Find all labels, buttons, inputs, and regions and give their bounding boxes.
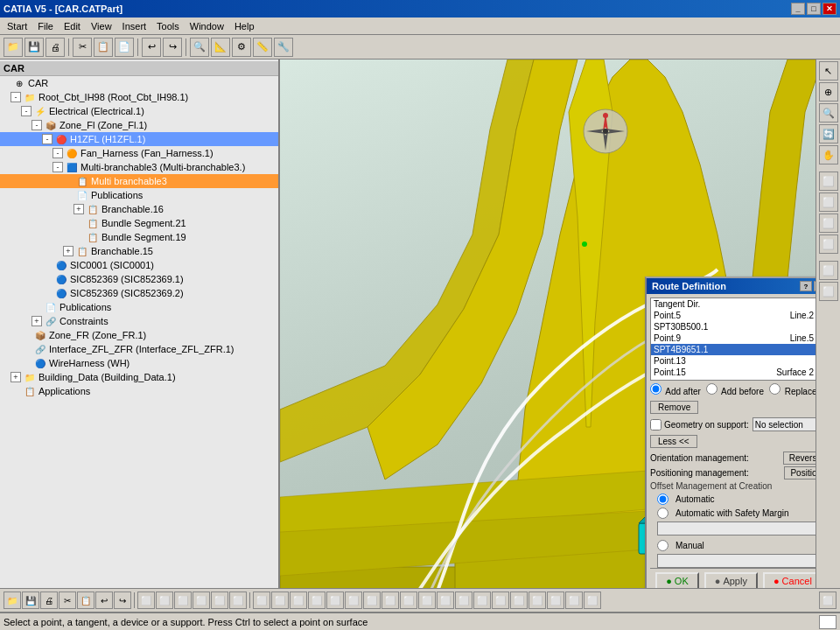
tree-expander-fan_harness[interactable]: - xyxy=(52,148,63,158)
tree-expander-constraints[interactable]: + xyxy=(32,316,42,326)
list-item-point9[interactable]: Point.9Line.5 xyxy=(651,332,816,344)
save-button[interactable]: 💾 xyxy=(24,38,44,57)
rtool-view1[interactable]: ⬜ xyxy=(819,172,838,191)
bottom-btn-24[interactable]: ⬜ xyxy=(437,592,454,609)
ok-button[interactable]: ● OK xyxy=(655,572,699,588)
list-item-point5[interactable]: Point.5Line.2 xyxy=(651,310,816,321)
dialog-help-button[interactable]: ? xyxy=(800,281,812,291)
bottom-btn-28[interactable]: ⬜ xyxy=(510,592,528,609)
bottom-btn-27[interactable]: ⬜ xyxy=(492,592,509,609)
print-button[interactable]: 🖨 xyxy=(46,38,65,57)
menu-edit[interactable]: Edit xyxy=(59,19,86,33)
list-item-tangent[interactable]: Tangent Dir. xyxy=(651,298,816,310)
bottom-btn-15[interactable]: ⬜ xyxy=(271,592,289,609)
geometry-input[interactable] xyxy=(752,417,822,431)
paste-button[interactable]: 📄 xyxy=(115,38,134,57)
tree-item-constraints[interactable]: +🔗Constraints xyxy=(0,314,278,328)
menu-file[interactable]: File xyxy=(32,19,59,33)
bottom-btn-14[interactable]: ⬜ xyxy=(253,592,270,609)
bottom-btn-23[interactable]: ⬜ xyxy=(418,592,436,609)
measure-button[interactable]: 📐 xyxy=(211,38,230,57)
tree-item-building_data[interactable]: +📁Building_Data (Building_Data.1) xyxy=(0,370,278,384)
redo-button[interactable]: ↪ xyxy=(163,38,182,57)
bottom-btn-21[interactable]: ⬜ xyxy=(382,592,399,609)
offset-manual-radio[interactable] xyxy=(657,540,668,551)
tree-item-multi_branch3b[interactable]: 📋Multi branchable3 xyxy=(0,174,278,188)
tree-item-multi_branch3[interactable]: -🟦Multi-branchable3 (Multi-branchable3.) xyxy=(0,160,278,174)
bottom-btn-20[interactable]: ⬜ xyxy=(363,592,381,609)
close-button[interactable]: ✕ xyxy=(822,3,836,15)
bottom-btn-9[interactable]: ⬜ xyxy=(156,592,173,609)
minimize-button[interactable]: _ xyxy=(791,3,805,15)
tree-item-h1zfl[interactable]: -🔴H1ZFL (H1ZFL.1) xyxy=(0,132,278,146)
tree-expander-branchable15[interactable]: + xyxy=(63,246,74,256)
less-button[interactable]: Less << xyxy=(650,435,697,448)
bottom-btn-22[interactable]: ⬜ xyxy=(400,592,417,609)
bottom-btn-18[interactable]: ⬜ xyxy=(326,592,344,609)
menu-tools[interactable]: Tools xyxy=(151,19,185,33)
tree-expander-zone_fl[interactable]: - xyxy=(32,120,42,130)
tree-expander-building_data[interactable]: + xyxy=(10,372,21,382)
bottom-btn-extra[interactable]: ⬜ xyxy=(819,592,836,609)
list-item-spt2[interactable]: SPT4B9651.1 xyxy=(651,344,816,355)
rtool-zoom-in[interactable]: 🔍 xyxy=(819,103,838,122)
bottom-btn-10[interactable]: ⬜ xyxy=(174,592,192,609)
cancel-button[interactable]: ● Cancel xyxy=(763,572,822,588)
bottom-btn-6[interactable]: ↩ xyxy=(95,592,113,609)
bottom-btn-4[interactable]: ✂ xyxy=(59,592,76,609)
rtool-wire2[interactable]: ⬜ xyxy=(819,282,838,301)
settings-button[interactable]: ⚙ xyxy=(232,38,251,57)
tree-item-publications2[interactable]: 📄Publications xyxy=(0,300,278,314)
routed-objects-list[interactable]: Tangent Dir. Point.5Line.2 SPT30B500.1 P… xyxy=(651,298,816,380)
viewport[interactable]: X Y Z Route Definition ? ✕ Tangent Dir. … xyxy=(280,60,840,588)
bottom-btn-12[interactable]: ⬜ xyxy=(211,592,228,609)
tree-item-car[interactable]: ⊕CAR xyxy=(0,76,278,90)
list-item-spt1[interactable]: SPT30B500.1 xyxy=(651,321,816,332)
bottom-btn-11[interactable]: ⬜ xyxy=(192,592,210,609)
bottom-btn-30[interactable]: ⬜ xyxy=(547,592,564,609)
tree-expander-multi_branch3[interactable]: - xyxy=(52,162,63,172)
add-after-radio[interactable] xyxy=(650,383,662,395)
rtool-pan[interactable]: ✋ xyxy=(819,145,838,164)
maximize-button[interactable]: □ xyxy=(807,3,821,15)
tree-item-wireharness[interactable]: 🔵WireHarness (WH) xyxy=(0,356,278,370)
menu-start[interactable]: Start xyxy=(2,19,32,33)
bottom-btn-7[interactable]: ↪ xyxy=(114,592,131,609)
offset-auto-safety-radio[interactable] xyxy=(657,508,668,519)
rtool-view2[interactable]: ⬜ xyxy=(819,192,838,212)
rtool-view4[interactable]: ⬜ xyxy=(819,234,838,254)
replace-radio[interactable] xyxy=(769,383,780,395)
tree-item-sic852369_2[interactable]: 🔵SIC852369 (SIC852369.2) xyxy=(0,286,278,300)
bottom-btn-2[interactable]: 💾 xyxy=(22,592,39,609)
bottom-btn-32[interactable]: ⬜ xyxy=(584,592,601,609)
bottom-btn-26[interactable]: ⬜ xyxy=(473,592,491,609)
bottom-btn-16[interactable]: ⬜ xyxy=(290,592,307,609)
tree-item-interface[interactable]: 🔗Interface_ZFL_ZFR (Interface_ZFL_ZFR.1) xyxy=(0,342,278,356)
list-item-point13[interactable]: Point.13 xyxy=(651,355,816,367)
tree-expander-root_cbt[interactable]: - xyxy=(10,92,21,102)
bottom-btn-25[interactable]: ⬜ xyxy=(455,592,472,609)
remove-button[interactable]: Remove xyxy=(650,401,698,414)
rtool-wire1[interactable]: ⬜ xyxy=(819,261,838,280)
tree-item-fan_harness[interactable]: -🟠Fan_Harness (Fan_Harness.1) xyxy=(0,146,278,160)
apply-button[interactable]: ● Apply xyxy=(704,572,758,588)
menu-help[interactable]: Help xyxy=(229,19,260,33)
tree-expander-branchable16[interactable]: + xyxy=(74,204,84,214)
copy-button[interactable]: 📋 xyxy=(94,38,113,57)
undo-button[interactable]: ↩ xyxy=(142,38,161,57)
bottom-btn-13[interactable]: ⬜ xyxy=(229,592,247,609)
tree-item-zone_fr[interactable]: 📦Zone_FR (Zone_FR.1) xyxy=(0,328,278,342)
bottom-btn-5[interactable]: 📋 xyxy=(77,592,94,609)
menu-view[interactable]: View xyxy=(86,19,117,33)
tree-item-sic852369_1[interactable]: 🔵SIC852369 (SIC852369.1) xyxy=(0,272,278,286)
tree-item-branchable15[interactable]: +📋Branchable.15 xyxy=(0,244,278,258)
bottom-btn-17[interactable]: ⬜ xyxy=(308,592,326,609)
rtool-select[interactable]: ↖ xyxy=(819,61,838,80)
add-before-radio[interactable] xyxy=(706,383,718,395)
tree-item-electrical[interactable]: -⚡Electrical (Electrical.1) xyxy=(0,104,278,118)
offset-auto-radio[interactable] xyxy=(657,494,668,505)
tree-item-branchable16[interactable]: +📋Branchable.16 xyxy=(0,202,278,216)
cut-button[interactable]: ✂ xyxy=(73,38,92,57)
tree-item-publications[interactable]: 📄Publications xyxy=(0,188,278,202)
ruler-button[interactable]: 📏 xyxy=(253,38,272,57)
